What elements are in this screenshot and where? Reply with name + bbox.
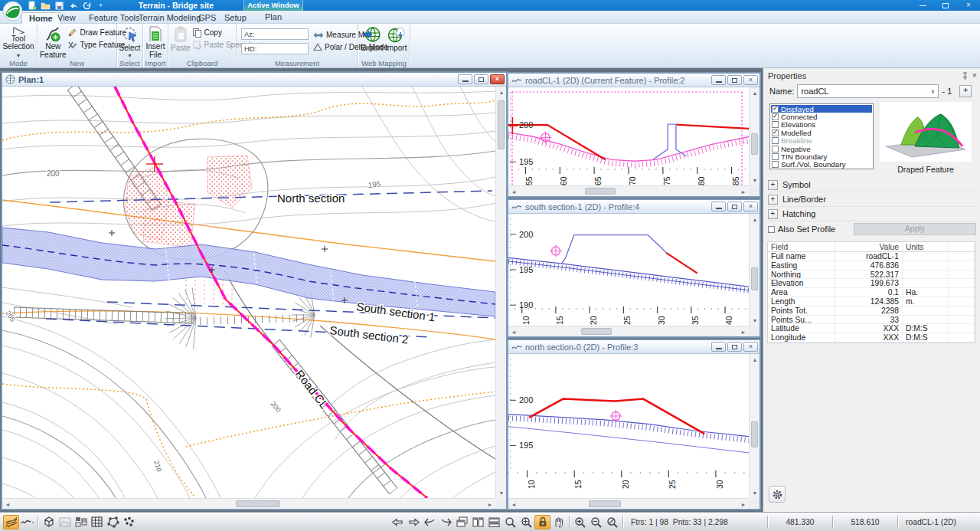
zoom-in-icon[interactable] bbox=[572, 515, 588, 529]
scroll-down-arrow[interactable]: ▼ bbox=[496, 487, 507, 498]
profile3-chart[interactable]: 2001951015202530 bbox=[508, 354, 749, 498]
paste-button[interactable]: Paste bbox=[171, 25, 191, 59]
undo-icon[interactable] bbox=[67, 1, 79, 10]
azimuth-field[interactable]: Az: bbox=[241, 28, 309, 40]
plan-minimize-button[interactable] bbox=[458, 74, 472, 84]
cursor-northing: 518.610 bbox=[835, 518, 895, 526]
profile4-maximize-button[interactable] bbox=[727, 202, 742, 211]
profile2-close-button[interactable]: × bbox=[743, 75, 758, 85]
expander-hatching[interactable]: +Hatching bbox=[768, 207, 976, 221]
properties-close-button[interactable]: × bbox=[972, 71, 977, 80]
profile2-maximize-button[interactable] bbox=[727, 75, 742, 85]
flag-displayed[interactable]: Displayed bbox=[771, 105, 872, 113]
svg-text:190: 190 bbox=[519, 300, 533, 310]
points-tool-icon[interactable] bbox=[121, 515, 137, 529]
open-folder-icon[interactable] bbox=[40, 1, 51, 10]
property-row: Northing522.317 bbox=[768, 270, 975, 280]
profile2-chart[interactable]: 20019555606570758085 bbox=[508, 87, 749, 185]
profile4-minimize-button[interactable] bbox=[711, 202, 726, 211]
feature-flags-listbox[interactable]: DisplayedConnectedElevationsModelledBrea… bbox=[769, 103, 874, 169]
svg-text:15: 15 bbox=[555, 316, 564, 325]
profile3-vscroll[interactable]: ▲▼ bbox=[749, 354, 760, 498]
app-logo-icon[interactable] bbox=[2, 1, 23, 21]
layout-windows-icon[interactable] bbox=[73, 515, 89, 529]
plan-icon bbox=[5, 74, 15, 84]
grid-table-icon[interactable] bbox=[89, 515, 105, 529]
restore-window-button[interactable] bbox=[934, 0, 957, 11]
flag-tin-boundary[interactable]: TIN Boundary bbox=[771, 152, 872, 160]
zoom-feature-icon[interactable] bbox=[518, 515, 534, 529]
pin-icon[interactable] bbox=[962, 72, 969, 80]
expander-symbol[interactable]: +Symbol bbox=[768, 178, 976, 192]
add-feature-button[interactable]: + bbox=[959, 85, 972, 97]
plan-map-canvas[interactable]: North sectionSouth section 1South sectio… bbox=[2, 87, 495, 498]
profile4-chart[interactable]: 20019519010152025303540 bbox=[508, 214, 749, 326]
zoom-window-icon[interactable] bbox=[502, 515, 518, 529]
profile3-maximize-button[interactable] bbox=[727, 342, 742, 352]
profile3-hscroll[interactable]: ◄► bbox=[508, 498, 749, 509]
plan-window-titlebar[interactable]: Plan:1 × bbox=[2, 73, 506, 87]
view-3d-icon[interactable] bbox=[41, 515, 57, 529]
zoom-lock-icon[interactable] bbox=[534, 515, 550, 529]
new-file-icon[interactable] bbox=[26, 1, 38, 10]
profile3-minimize-button[interactable] bbox=[711, 342, 726, 352]
view-previous-icon[interactable] bbox=[422, 515, 438, 529]
pan-right-icon[interactable] bbox=[406, 515, 422, 529]
combobox-dropdown-icon[interactable]: ∨ bbox=[931, 88, 936, 95]
scroll-left-arrow[interactable]: ◄ bbox=[2, 499, 13, 510]
cascade-windows-icon[interactable] bbox=[454, 515, 470, 529]
flag-elevations[interactable]: Elevations bbox=[771, 121, 872, 129]
flag-surf-vol-boundary[interactable]: Surf./Vol. Boundary bbox=[771, 161, 872, 169]
polygon-tool-icon[interactable] bbox=[105, 515, 121, 529]
also-set-profile-checkbox[interactable] bbox=[768, 226, 775, 233]
flag-modelled[interactable]: Modelled bbox=[771, 129, 872, 136]
plan-close-button[interactable]: × bbox=[490, 74, 505, 84]
profile4-close-button[interactable]: × bbox=[743, 202, 758, 211]
contours-tool-icon[interactable] bbox=[3, 515, 19, 529]
plan-vertical-scrollbar[interactable]: ▲ ▼ bbox=[495, 87, 506, 498]
close-window-button[interactable]: × bbox=[957, 0, 980, 11]
view-next-icon[interactable] bbox=[438, 515, 454, 529]
horizontal-distance-field[interactable]: HD: bbox=[241, 43, 309, 54]
window-tab-plan[interactable]: Plan bbox=[243, 12, 303, 21]
new-feature-button[interactable]: New Feature bbox=[40, 25, 66, 59]
expander-line-border[interactable]: +Line/Border bbox=[768, 192, 976, 207]
plan-maximize-button[interactable] bbox=[474, 74, 488, 84]
flag-connected[interactable]: Connected bbox=[771, 113, 872, 120]
tab-view[interactable]: View bbox=[51, 12, 83, 24]
tool-selection-button[interactable]: Tool Selection ▾ bbox=[2, 25, 34, 59]
save-icon[interactable] bbox=[54, 1, 65, 10]
profile-tool-icon[interactable] bbox=[19, 515, 35, 529]
river-band bbox=[2, 228, 495, 316]
profile2-minimize-button[interactable] bbox=[711, 75, 726, 85]
image-view-icon[interactable] bbox=[57, 515, 73, 529]
scroll-right-arrow[interactable]: ► bbox=[485, 499, 495, 510]
profile2-vscroll[interactable]: ▲▼ bbox=[749, 87, 760, 185]
scroll-up-arrow[interactable]: ▲ bbox=[496, 87, 507, 97]
tile-horizontal-icon[interactable] bbox=[486, 515, 502, 529]
flag-breakline[interactable]: Breakline bbox=[771, 137, 872, 145]
feature-name-combobox[interactable]: roadCL ∨ bbox=[797, 84, 939, 98]
profile2-hscroll[interactable]: ◄► bbox=[508, 185, 749, 196]
profile4-vscroll[interactable]: ▲▼ bbox=[749, 214, 760, 326]
pan-hand-icon[interactable] bbox=[550, 515, 567, 529]
tile-vertical-icon[interactable] bbox=[470, 515, 486, 529]
minimize-window-button[interactable] bbox=[911, 0, 934, 11]
redo-icon[interactable] bbox=[81, 1, 93, 10]
plan-horizontal-scrollbar[interactable]: ◄ ► bbox=[2, 498, 495, 509]
profile4-hscroll[interactable]: ◄► bbox=[508, 326, 749, 336]
flag-negative[interactable]: Negative bbox=[771, 145, 872, 152]
profile3-titlebar[interactable]: north section-0 (2D) - Profile:3 × bbox=[508, 340, 760, 354]
web-import-button[interactable]: Import bbox=[385, 25, 408, 59]
zoom-out-icon[interactable] bbox=[588, 515, 604, 529]
settings-gear-button[interactable] bbox=[769, 486, 786, 503]
pan-left-icon[interactable] bbox=[390, 515, 406, 529]
select-button[interactable]: Select ▾ bbox=[119, 25, 140, 59]
web-export-button[interactable]: Export bbox=[361, 25, 384, 59]
insert-file-button[interactable]: Insert File bbox=[145, 25, 165, 59]
profile3-close-button[interactable]: × bbox=[743, 342, 758, 352]
zoom-cancel-icon[interactable] bbox=[604, 515, 620, 529]
apply-button[interactable]: Apply bbox=[854, 223, 976, 235]
profile2-titlebar[interactable]: roadCL-1 (2D) (Current Feature) - Profil… bbox=[508, 74, 760, 87]
profile4-titlebar[interactable]: south section-1 (2D) - Profile:4 × bbox=[508, 200, 760, 214]
